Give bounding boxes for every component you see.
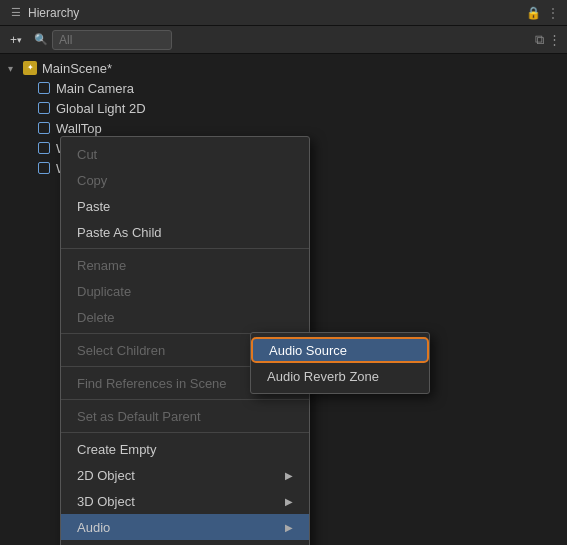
go-icon xyxy=(36,140,52,156)
title-actions: 🔒 ⋮ xyxy=(526,6,559,20)
item-label: Global Light 2D xyxy=(56,101,146,116)
tree-item-main-camera[interactable]: Main Camera xyxy=(0,78,567,98)
menu-create-empty[interactable]: Create Empty xyxy=(61,436,309,462)
add-button[interactable]: + ▾ xyxy=(6,31,26,49)
menu-audio-label: Audio xyxy=(77,520,110,535)
menu-delete[interactable]: Delete xyxy=(61,304,309,330)
search-input[interactable] xyxy=(52,30,172,50)
go-icon xyxy=(36,100,52,116)
menu-rename-label: Rename xyxy=(77,258,126,273)
menu-audio[interactable]: Audio ▶ xyxy=(61,514,309,540)
menu-3d-object-label: 3D Object xyxy=(77,494,135,509)
menu-paste-as-child-label: Paste As Child xyxy=(77,225,162,240)
menu-cut-label: Cut xyxy=(77,147,97,162)
submenu-audio-reverb-zone[interactable]: Audio Reverb Zone xyxy=(251,363,429,389)
menu-create-empty-label: Create Empty xyxy=(77,442,156,457)
audio-submenu: Audio Source Audio Reverb Zone xyxy=(250,332,430,394)
menu-delete-label: Delete xyxy=(77,310,115,325)
menu-2d-object[interactable]: 2D Object ▶ xyxy=(61,462,309,488)
layout-icon[interactable]: ⧉ xyxy=(535,32,544,48)
scene-root[interactable]: ▾ ✦ MainScene* xyxy=(0,58,567,78)
menu-2d-object-label: 2D Object xyxy=(77,468,135,483)
submenu-audio-source[interactable]: Audio Source xyxy=(251,337,429,363)
separator-1 xyxy=(61,248,309,249)
scene-name: MainScene* xyxy=(42,61,112,76)
menu-copy-label: Copy xyxy=(77,173,107,188)
menu-paste-label: Paste xyxy=(77,199,110,214)
go-icon xyxy=(36,160,52,176)
menu-set-default-parent-label: Set as Default Parent xyxy=(77,409,201,424)
menu-cut[interactable]: Cut xyxy=(61,141,309,167)
item-label: Main Camera xyxy=(56,81,134,96)
toolbar-right: ⧉ ⋮ xyxy=(535,32,561,48)
menu-duplicate[interactable]: Duplicate xyxy=(61,278,309,304)
menu-select-children-label: Select Children xyxy=(77,343,165,358)
separator-4 xyxy=(61,399,309,400)
dropdown-arrow: ▾ xyxy=(17,35,22,45)
lock-icon[interactable]: 🔒 xyxy=(526,6,541,20)
menu-paste[interactable]: Paste xyxy=(61,193,309,219)
go-icon xyxy=(36,120,52,136)
title-label: Hierarchy xyxy=(28,6,79,20)
menu-effects[interactable]: Effects ▶ xyxy=(61,540,309,545)
search-area: 🔍 xyxy=(34,30,531,50)
audio-source-label: Audio Source xyxy=(269,343,347,358)
audio-reverb-zone-label: Audio Reverb Zone xyxy=(267,369,379,384)
plus-icon: + xyxy=(10,33,17,47)
search-icon: 🔍 xyxy=(34,33,48,46)
menu-3d-object[interactable]: 3D Object ▶ xyxy=(61,488,309,514)
menu-2d-object-arrow: ▶ xyxy=(285,470,293,481)
title-bar: ☰ Hierarchy 🔒 ⋮ xyxy=(0,0,567,26)
separator-5 xyxy=(61,432,309,433)
menu-copy[interactable]: Copy xyxy=(61,167,309,193)
tree-item-global-light[interactable]: Global Light 2D xyxy=(0,98,567,118)
tree-item-walltop[interactable]: WallTop xyxy=(0,118,567,138)
menu-duplicate-label: Duplicate xyxy=(77,284,131,299)
menu-rename[interactable]: Rename xyxy=(61,252,309,278)
toolbar: + ▾ 🔍 ⧉ ⋮ xyxy=(0,26,567,54)
menu-3d-object-arrow: ▶ xyxy=(285,496,293,507)
expand-arrow: ▾ xyxy=(8,63,22,74)
scene-icon: ✦ xyxy=(22,60,38,76)
menu-set-default-parent[interactable]: Set as Default Parent xyxy=(61,403,309,429)
menu-icon[interactable]: ⋮ xyxy=(547,6,559,20)
hierarchy-icon: ☰ xyxy=(8,5,24,21)
menu-paste-as-child[interactable]: Paste As Child xyxy=(61,219,309,245)
go-icon xyxy=(36,80,52,96)
menu-find-refs-label: Find References in Scene xyxy=(77,376,227,391)
overflow-icon[interactable]: ⋮ xyxy=(548,32,561,47)
menu-audio-arrow: ▶ xyxy=(285,522,293,533)
item-label: WallTop xyxy=(56,121,102,136)
